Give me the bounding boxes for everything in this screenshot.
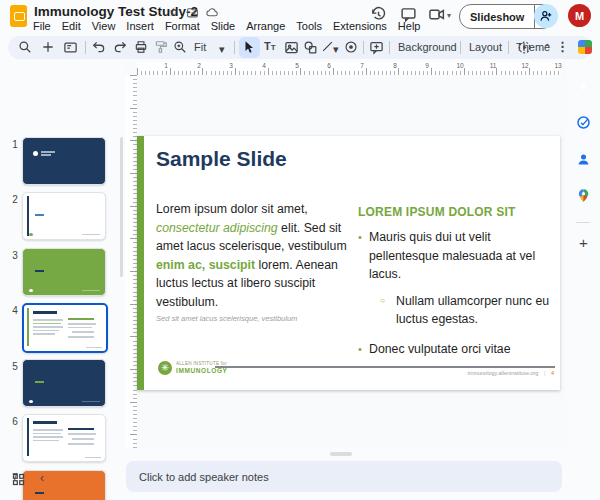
- body-text-green-italic: consectetur adipiscing: [156, 221, 278, 235]
- extension-icon[interactable]: [578, 40, 592, 54]
- slide-thumbnail-1[interactable]: [22, 137, 106, 185]
- ruler-number: 11: [485, 62, 501, 69]
- slide-number-3: 3: [9, 250, 21, 261]
- filmstrip-scrollbar[interactable]: [120, 137, 123, 277]
- collapse-toolbar-icon[interactable]: ⌃: [543, 42, 551, 53]
- ruler-number: 1: [158, 62, 174, 69]
- menu-view[interactable]: View: [92, 20, 116, 32]
- menu-arrange[interactable]: Arrange: [246, 20, 285, 32]
- layout-button[interactable]: Layout: [469, 41, 502, 53]
- notes-resize-handle[interactable]: [330, 452, 352, 456]
- google-maps-icon[interactable]: [576, 188, 591, 203]
- slide-filmstrip: 1 2 3 4: [0, 62, 124, 500]
- cursor-arrow-icon: [242, 40, 256, 54]
- menu-slide[interactable]: Slide: [211, 20, 235, 32]
- toolbar-overflow-icon[interactable]: ⋮: [556, 39, 569, 54]
- google-slides-app: Immunology Test Study-2 ☆ File Edit View…: [0, 0, 600, 500]
- panel-divider: [576, 222, 590, 223]
- select-cursor-tool[interactable]: [242, 40, 257, 55]
- redo-icon[interactable]: [113, 40, 128, 55]
- menu-file[interactable]: File: [33, 20, 51, 32]
- right-column-heading: LOREM IPSUM DOLOR SIT: [358, 205, 554, 219]
- menu-insert[interactable]: Insert: [126, 20, 154, 32]
- google-contacts-icon[interactable]: [576, 152, 591, 167]
- footer-page-number: 4: [551, 370, 554, 376]
- star-icon[interactable]: ☆: [168, 6, 179, 18]
- menu-bar: File Edit View Insert Format Slide Arran…: [33, 20, 420, 32]
- slide-thumbnail-4-selected[interactable]: [22, 303, 108, 353]
- ruler-number: 5: [289, 62, 305, 69]
- slide-right-column[interactable]: LOREM IPSUM DOLOR SIT • Mauris quis dui …: [358, 205, 554, 358]
- slide-number-5: 5: [9, 361, 21, 372]
- collapse-filmstrip-icon[interactable]: ‹: [40, 471, 44, 485]
- horizontal-ruler: 1 2 3 4 5 6 7 8 9 10 11 12 13: [137, 62, 561, 75]
- org-logo-icon: ✳: [158, 361, 172, 375]
- slide-title[interactable]: Sample Slide: [156, 147, 287, 171]
- insert-shape-tool[interactable]: [303, 40, 318, 55]
- ruler-number: 12: [517, 62, 533, 69]
- cloud-status-icon[interactable]: [205, 6, 219, 19]
- google-tasks-icon[interactable]: [576, 115, 591, 130]
- sub-bullet-item: ○ Nullam ullamcorper nunc eu luctus eges…: [380, 292, 554, 329]
- insert-image-tool[interactable]: [284, 40, 299, 55]
- account-avatar[interactable]: M: [568, 4, 591, 27]
- get-addons-icon[interactable]: +: [576, 234, 591, 249]
- slide-thumbnail-3[interactable]: [22, 248, 106, 296]
- share-button[interactable]: [534, 4, 558, 28]
- move-folder-icon[interactable]: [186, 6, 199, 19]
- footer-url: immunology.alleninstitute.org | 4: [468, 370, 554, 376]
- ruler-number: 3: [223, 62, 239, 69]
- print-icon[interactable]: [134, 40, 149, 55]
- zoom-icon[interactable]: [173, 40, 188, 55]
- slides-logo-inner: [14, 12, 25, 21]
- slide-thumbnail-7[interactable]: [22, 470, 106, 500]
- fit-dropdown-icon[interactable]: ▾: [219, 43, 225, 56]
- text-box-tool[interactable]: TT: [264, 40, 276, 52]
- bullet-item-1: • Mauris quis dui ut velit pellentesque …: [358, 228, 554, 284]
- comments-icon[interactable]: [400, 6, 418, 24]
- menu-edit[interactable]: Edit: [62, 20, 81, 32]
- bullet-icon: •: [358, 228, 369, 284]
- undo-icon[interactable]: [92, 40, 107, 55]
- insert-comment-icon[interactable]: [369, 40, 384, 55]
- slide-thumbnail-6[interactable]: [22, 414, 106, 462]
- org-name: ALLEN INSTITUTE for IMMUNOLOGY: [176, 362, 228, 374]
- slide-caption[interactable]: Sed sit amet lacus scelerisque, vestibul…: [156, 314, 297, 323]
- side-panel: +: [566, 62, 600, 500]
- main-toolbar: Fit ▾ TT ▾ Background Layout Theme ⋮: [8, 36, 592, 59]
- slide-thumbnail-5[interactable]: [22, 359, 106, 407]
- ruler-number: 13: [550, 62, 566, 69]
- new-slide-plus-icon[interactable]: [41, 40, 56, 55]
- footer-divider-line: [215, 366, 555, 368]
- search-menus-icon[interactable]: [18, 40, 33, 55]
- speaker-notes-input[interactable]: Click to add speaker notes: [126, 461, 562, 492]
- motion-icon[interactable]: [517, 40, 532, 55]
- slideshow-button[interactable]: Slideshow: [460, 11, 534, 23]
- mask-image-icon[interactable]: [344, 40, 359, 55]
- fit-zoom-select[interactable]: Fit: [194, 41, 206, 53]
- menu-tools[interactable]: Tools: [296, 20, 322, 32]
- slide-thumbnail-2[interactable]: [22, 192, 106, 240]
- slide-number-2: 2: [9, 194, 21, 205]
- slide-number-1: 1: [9, 139, 21, 150]
- slide-canvas[interactable]: Sample Slide Lorem ipsum dolor sit amet,…: [137, 136, 560, 390]
- body-text-plain: Lorem ipsum dolor sit amet,: [156, 202, 308, 216]
- bullet-item-2: • Donec vulputate orci vitae: [358, 340, 554, 359]
- menu-format[interactable]: Format: [165, 20, 200, 32]
- slides-logo-icon[interactable]: [10, 5, 27, 27]
- slide-accent-bar: [137, 136, 144, 390]
- ruler-number: 9: [419, 62, 435, 69]
- line-dropdown-icon[interactable]: ▾: [333, 43, 339, 56]
- slide-body-text[interactable]: Lorem ipsum dolor sit amet, consectetur …: [156, 200, 360, 312]
- background-button[interactable]: Background: [398, 41, 457, 53]
- meet-camera-icon[interactable]: [428, 6, 446, 24]
- ruler-number: 4: [256, 62, 272, 69]
- slide-number-6: 6: [9, 416, 21, 427]
- grid-view-icon[interactable]: [11, 469, 26, 484]
- body-text-green-bold: enim ac, suscipit: [156, 258, 255, 272]
- paint-format-icon[interactable]: [154, 40, 169, 55]
- vertical-ruler: [125, 75, 137, 448]
- version-history-icon[interactable]: [370, 6, 388, 24]
- new-slide-layout-icon[interactable]: [63, 40, 78, 55]
- ruler-number: 2: [191, 62, 207, 69]
